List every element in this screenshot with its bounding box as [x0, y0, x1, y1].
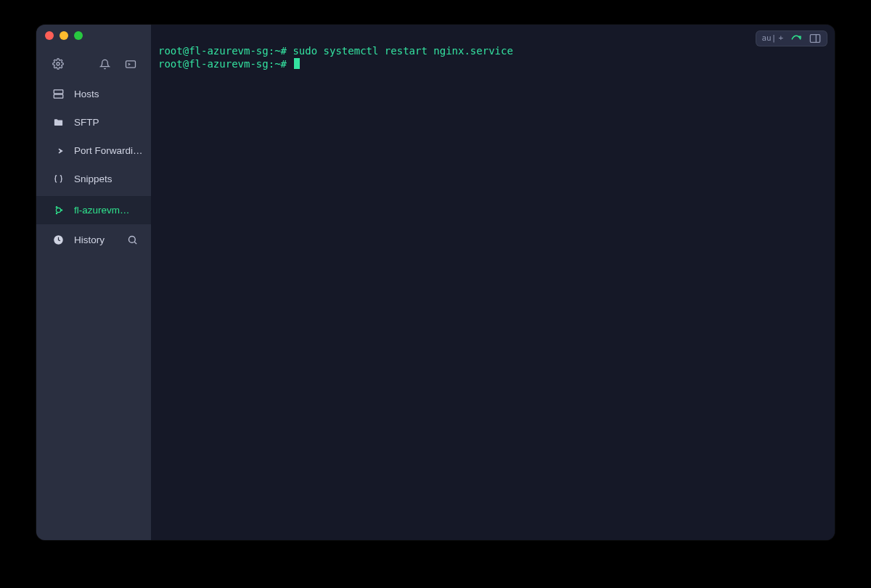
svg-rect-1 [126, 60, 136, 67]
sidebar-nav: Hosts SFTP Port Forwarding [36, 80, 151, 255]
settings-icon[interactable] [52, 58, 64, 70]
sidebar-top-icons [36, 45, 151, 80]
arrow-forward-icon [52, 147, 64, 155]
sidebar-item-label: Port Forwarding [74, 145, 151, 156]
sidebar-item-history[interactable]: History [36, 224, 151, 255]
sidebar: Hosts SFTP Port Forwarding [36, 25, 151, 540]
folder-icon [52, 118, 64, 127]
terminal-cursor [294, 58, 300, 69]
svg-point-11 [129, 236, 136, 242]
search-icon[interactable] [127, 234, 138, 245]
clock-icon [52, 234, 64, 245]
window-controls [36, 25, 151, 45]
terminal-line: root@fl-azurevm-sg:~# [158, 58, 827, 71]
sidebar-item-label: History [74, 234, 117, 245]
svg-line-12 [134, 242, 136, 244]
share-icon[interactable] [790, 33, 802, 44]
bell-icon[interactable] [99, 59, 110, 70]
toolbar-chip[interactable]: au| + [762, 33, 784, 44]
svg-point-7 [60, 209, 62, 211]
server-icon [52, 89, 64, 99]
svg-point-6 [56, 208, 60, 212]
sidebar-item-port-forwarding[interactable]: Port Forwarding [36, 136, 151, 165]
terminal-toolbar: au| + [756, 30, 828, 46]
close-window-button[interactable] [45, 31, 54, 40]
sidebar-item-sftp[interactable]: SFTP [36, 108, 151, 136]
terminal-command: sudo systemctl restart nginx.service [293, 45, 512, 57]
terminal-pane[interactable]: au| + root@fl-azurevm-sg:~# sudo systemc… [151, 25, 835, 540]
svg-point-8 [55, 206, 57, 208]
braces-icon [52, 174, 64, 184]
toolbar-chip-plus: + [778, 33, 783, 44]
maximize-window-button[interactable] [74, 31, 83, 40]
toolbar-chip-text: au| [762, 33, 777, 44]
split-panel-icon[interactable] [809, 33, 821, 44]
minimize-window-button[interactable] [60, 31, 68, 40]
sidebar-item-snippets[interactable]: Snippets [36, 165, 151, 193]
sidebar-item-label: Snippets [74, 173, 151, 184]
svg-rect-2 [54, 90, 63, 94]
terminal-prompt: root@fl-azurevm-sg:~# [158, 45, 293, 57]
sidebar-item-label: fl-azurevm… [74, 205, 151, 216]
svg-rect-13 [810, 35, 819, 43]
sidebar-item-label: Hosts [74, 89, 151, 99]
terminal-line: root@fl-azurevm-sg:~# sudo systemctl res… [158, 45, 827, 58]
sidebar-item-hosts[interactable]: Hosts [36, 80, 151, 108]
ubuntu-icon [52, 205, 64, 216]
svg-point-0 [57, 62, 60, 65]
app-window: Hosts SFTP Port Forwarding [36, 25, 835, 540]
terminal-icon[interactable] [125, 60, 136, 69]
sidebar-item-label: SFTP [74, 117, 151, 128]
sidebar-item-session[interactable]: fl-azurevm… [36, 196, 151, 224]
svg-point-9 [55, 213, 57, 215]
svg-rect-3 [54, 94, 63, 98]
terminal-prompt: root@fl-azurevm-sg:~# [158, 58, 293, 70]
